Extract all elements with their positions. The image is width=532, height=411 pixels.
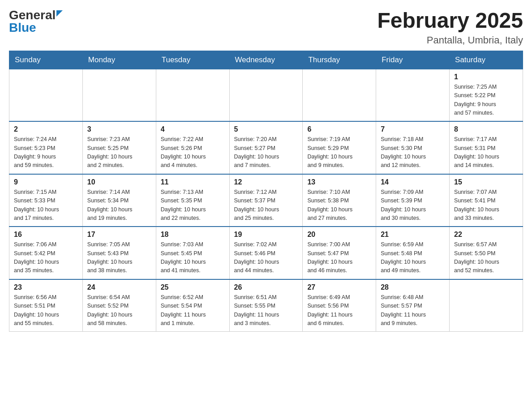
day-number: 22 bbox=[454, 231, 518, 239]
table-row: 15Sunrise: 7:07 AM Sunset: 5:41 PM Dayli… bbox=[450, 174, 523, 227]
day-number: 18 bbox=[161, 231, 225, 239]
calendar-week-row: 1Sunrise: 7:25 AM Sunset: 5:22 PM Daylig… bbox=[9, 69, 523, 121]
table-row bbox=[9, 69, 83, 121]
day-info: Sunrise: 7:20 AM Sunset: 5:27 PM Dayligh… bbox=[234, 135, 298, 170]
day-info: Sunrise: 7:24 AM Sunset: 5:23 PM Dayligh… bbox=[14, 135, 78, 170]
table-row: 10Sunrise: 7:14 AM Sunset: 5:34 PM Dayli… bbox=[82, 174, 156, 227]
table-row: 13Sunrise: 7:10 AM Sunset: 5:38 PM Dayli… bbox=[303, 174, 376, 227]
month-title: February 2025 bbox=[377, 9, 523, 33]
day-info: Sunrise: 6:49 AM Sunset: 5:56 PM Dayligh… bbox=[307, 293, 371, 328]
day-info: Sunrise: 6:52 AM Sunset: 5:54 PM Dayligh… bbox=[161, 293, 225, 328]
day-number: 4 bbox=[161, 125, 225, 133]
calendar-week-row: 2Sunrise: 7:24 AM Sunset: 5:23 PM Daylig… bbox=[9, 121, 523, 174]
day-number: 27 bbox=[307, 283, 371, 291]
calendar-week-row: 9Sunrise: 7:15 AM Sunset: 5:33 PM Daylig… bbox=[9, 174, 523, 227]
weekday-header-row: Sunday Monday Tuesday Wednesday Thursday… bbox=[9, 51, 523, 69]
day-number: 24 bbox=[87, 283, 151, 291]
logo-general-text: General bbox=[9, 9, 56, 21]
day-number: 25 bbox=[161, 283, 225, 291]
table-row: 25Sunrise: 6:52 AM Sunset: 5:54 PM Dayli… bbox=[156, 279, 229, 332]
table-row: 21Sunrise: 6:59 AM Sunset: 5:48 PM Dayli… bbox=[376, 227, 450, 279]
logo-blue-text: Blue bbox=[9, 21, 36, 34]
table-row: 14Sunrise: 7:09 AM Sunset: 5:39 PM Dayli… bbox=[376, 174, 450, 227]
day-info: Sunrise: 6:59 AM Sunset: 5:48 PM Dayligh… bbox=[381, 240, 445, 275]
day-number: 5 bbox=[234, 125, 298, 133]
day-number: 8 bbox=[454, 125, 518, 133]
calendar-table: Sunday Monday Tuesday Wednesday Thursday… bbox=[9, 51, 523, 332]
calendar-week-row: 23Sunrise: 6:56 AM Sunset: 5:51 PM Dayli… bbox=[9, 279, 523, 332]
title-section: February 2025 Pantalla, Umbria, Italy bbox=[377, 9, 523, 46]
day-number: 21 bbox=[381, 231, 445, 239]
day-info: Sunrise: 6:48 AM Sunset: 5:57 PM Dayligh… bbox=[381, 293, 445, 328]
table-row: 17Sunrise: 7:05 AM Sunset: 5:43 PM Dayli… bbox=[82, 227, 156, 279]
day-number: 7 bbox=[381, 125, 445, 133]
header-wednesday: Wednesday bbox=[229, 51, 303, 69]
day-info: Sunrise: 7:22 AM Sunset: 5:26 PM Dayligh… bbox=[161, 135, 225, 170]
day-info: Sunrise: 7:10 AM Sunset: 5:38 PM Dayligh… bbox=[307, 188, 371, 223]
table-row bbox=[450, 279, 523, 332]
day-number: 14 bbox=[381, 178, 445, 186]
day-number: 13 bbox=[307, 178, 371, 186]
table-row: 3Sunrise: 7:23 AM Sunset: 5:25 PM Daylig… bbox=[82, 121, 156, 174]
table-row: 12Sunrise: 7:12 AM Sunset: 5:37 PM Dayli… bbox=[229, 174, 303, 227]
day-info: Sunrise: 6:56 AM Sunset: 5:51 PM Dayligh… bbox=[14, 293, 78, 328]
header-saturday: Saturday bbox=[450, 51, 523, 69]
table-row: 22Sunrise: 6:57 AM Sunset: 5:50 PM Dayli… bbox=[450, 227, 523, 279]
day-info: Sunrise: 6:57 AM Sunset: 5:50 PM Dayligh… bbox=[454, 240, 518, 275]
day-number: 15 bbox=[454, 178, 518, 186]
table-row bbox=[303, 69, 376, 121]
day-number: 17 bbox=[87, 231, 151, 239]
table-row bbox=[229, 69, 303, 121]
day-number: 28 bbox=[381, 283, 445, 291]
table-row: 23Sunrise: 6:56 AM Sunset: 5:51 PM Dayli… bbox=[9, 279, 83, 332]
table-row: 19Sunrise: 7:02 AM Sunset: 5:46 PM Dayli… bbox=[229, 227, 303, 279]
day-number: 11 bbox=[161, 178, 225, 186]
day-number: 19 bbox=[234, 231, 298, 239]
day-info: Sunrise: 7:19 AM Sunset: 5:29 PM Dayligh… bbox=[307, 135, 371, 170]
table-row: 8Sunrise: 7:17 AM Sunset: 5:31 PM Daylig… bbox=[450, 121, 523, 174]
table-row: 24Sunrise: 6:54 AM Sunset: 5:52 PM Dayli… bbox=[82, 279, 156, 332]
header-friday: Friday bbox=[376, 51, 450, 69]
day-number: 9 bbox=[14, 178, 78, 186]
day-number: 23 bbox=[14, 283, 78, 291]
page-header: General Blue February 2025 Pantalla, Umb… bbox=[9, 9, 523, 46]
table-row: 11Sunrise: 7:13 AM Sunset: 5:35 PM Dayli… bbox=[156, 174, 229, 227]
table-row: 6Sunrise: 7:19 AM Sunset: 5:29 PM Daylig… bbox=[303, 121, 376, 174]
table-row: 2Sunrise: 7:24 AM Sunset: 5:23 PM Daylig… bbox=[9, 121, 83, 174]
table-row: 28Sunrise: 6:48 AM Sunset: 5:57 PM Dayli… bbox=[376, 279, 450, 332]
day-number: 10 bbox=[87, 178, 151, 186]
day-info: Sunrise: 7:00 AM Sunset: 5:47 PM Dayligh… bbox=[307, 240, 371, 275]
day-info: Sunrise: 7:06 AM Sunset: 5:42 PM Dayligh… bbox=[14, 240, 78, 275]
calendar-week-row: 16Sunrise: 7:06 AM Sunset: 5:42 PM Dayli… bbox=[9, 227, 523, 279]
day-info: Sunrise: 7:07 AM Sunset: 5:41 PM Dayligh… bbox=[454, 188, 518, 223]
day-info: Sunrise: 7:25 AM Sunset: 5:22 PM Dayligh… bbox=[454, 83, 518, 118]
table-row: 7Sunrise: 7:18 AM Sunset: 5:30 PM Daylig… bbox=[376, 121, 450, 174]
day-info: Sunrise: 7:05 AM Sunset: 5:43 PM Dayligh… bbox=[87, 240, 151, 275]
day-info: Sunrise: 6:54 AM Sunset: 5:52 PM Dayligh… bbox=[87, 293, 151, 328]
table-row: 27Sunrise: 6:49 AM Sunset: 5:56 PM Dayli… bbox=[303, 279, 376, 332]
table-row: 18Sunrise: 7:03 AM Sunset: 5:45 PM Dayli… bbox=[156, 227, 229, 279]
table-row: 9Sunrise: 7:15 AM Sunset: 5:33 PM Daylig… bbox=[9, 174, 83, 227]
table-row bbox=[156, 69, 229, 121]
header-thursday: Thursday bbox=[303, 51, 376, 69]
header-tuesday: Tuesday bbox=[156, 51, 229, 69]
day-info: Sunrise: 7:23 AM Sunset: 5:25 PM Dayligh… bbox=[87, 135, 151, 170]
day-number: 3 bbox=[87, 125, 151, 133]
table-row: 26Sunrise: 6:51 AM Sunset: 5:55 PM Dayli… bbox=[229, 279, 303, 332]
day-number: 6 bbox=[307, 125, 371, 133]
day-info: Sunrise: 7:03 AM Sunset: 5:45 PM Dayligh… bbox=[161, 240, 225, 275]
day-number: 2 bbox=[14, 125, 78, 133]
day-number: 26 bbox=[234, 283, 298, 291]
day-info: Sunrise: 7:15 AM Sunset: 5:33 PM Dayligh… bbox=[14, 188, 78, 223]
day-number: 16 bbox=[14, 231, 78, 239]
table-row bbox=[376, 69, 450, 121]
header-monday: Monday bbox=[82, 51, 156, 69]
table-row: 1Sunrise: 7:25 AM Sunset: 5:22 PM Daylig… bbox=[450, 69, 523, 121]
table-row bbox=[82, 69, 156, 121]
day-info: Sunrise: 7:02 AM Sunset: 5:46 PM Dayligh… bbox=[234, 240, 298, 275]
day-info: Sunrise: 7:18 AM Sunset: 5:30 PM Dayligh… bbox=[381, 135, 445, 170]
table-row: 5Sunrise: 7:20 AM Sunset: 5:27 PM Daylig… bbox=[229, 121, 303, 174]
table-row: 16Sunrise: 7:06 AM Sunset: 5:42 PM Dayli… bbox=[9, 227, 83, 279]
table-row: 4Sunrise: 7:22 AM Sunset: 5:26 PM Daylig… bbox=[156, 121, 229, 174]
day-info: Sunrise: 7:09 AM Sunset: 5:39 PM Dayligh… bbox=[381, 188, 445, 223]
